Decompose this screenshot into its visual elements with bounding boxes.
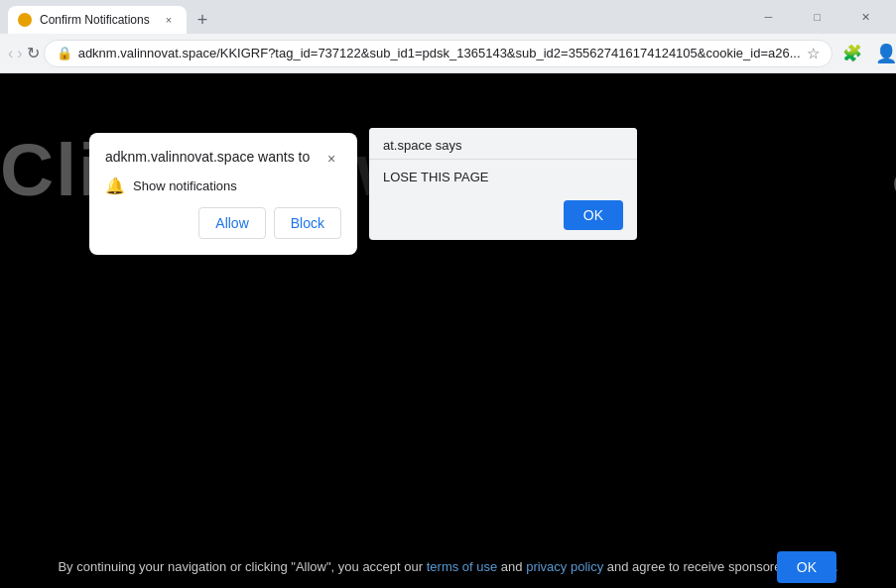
nav-bar: ‹ › ↻ 🔒 adknm.valinnovat.space/KKIGRF?ta… [0, 34, 896, 73]
terms-of-use-link[interactable]: terms of use [427, 559, 498, 574]
dialog-title: adknm.valinnovat.space wants to [105, 149, 310, 165]
page-footer: By continuing your navigation or clickin… [0, 545, 896, 588]
active-tab[interactable]: Confirm Notifications × [8, 6, 187, 34]
tab-bar: Confirm Notifications × + [8, 0, 746, 34]
reload-button[interactable]: ↻ [27, 38, 40, 69]
notification-description: Show notifications [133, 178, 237, 193]
reload-icon: ↻ [27, 44, 40, 62]
popup-ok-button[interactable]: OK [564, 200, 623, 230]
notification-dialog: adknm.valinnovat.space wants to × 🔔 Show… [89, 133, 357, 255]
address-text: adknm.valinnovat.space/KKIGRF?tag_id=737… [78, 46, 801, 60]
popup-body: LOSE THIS PAGE [369, 160, 637, 194]
extensions-button[interactable]: 🧩 [836, 38, 868, 69]
dialog-row: 🔔 Show notifications [105, 176, 341, 195]
popup-footer: OK [369, 194, 637, 240]
forward-icon: › [17, 45, 22, 62]
svg-point-0 [20, 15, 30, 25]
lock-icon: 🔒 [57, 46, 72, 60]
minimize-button[interactable]: ─ [746, 0, 791, 34]
close-button[interactable]: ✕ [843, 0, 888, 34]
address-bar[interactable]: 🔒 adknm.valinnovat.space/KKIGRF?tag_id=7… [44, 40, 832, 67]
popup-header: at.space says [369, 128, 637, 160]
bookmark-icon[interactable]: ☆ [807, 45, 820, 62]
tab-close-button[interactable]: × [161, 12, 177, 28]
new-tab-button[interactable]: + [189, 6, 216, 34]
dialog-buttons: Allow Block [105, 207, 341, 239]
popup-dialog: at.space says LOSE THIS PAGE OK [369, 128, 637, 240]
footer-and: and [497, 559, 526, 574]
extensions-icon: 🧩 [842, 44, 862, 62]
dialog-header: adknm.valinnovat.space wants to × [105, 149, 341, 169]
tab-favicon [18, 13, 32, 27]
footer-text: By continuing your navigation or clickin… [58, 559, 426, 574]
tab-title: Confirm Notifications [40, 13, 153, 27]
privacy-policy-link[interactable]: privacy policy [526, 559, 603, 574]
maximize-button[interactable]: □ [795, 0, 839, 34]
forward-button[interactable]: › [17, 38, 22, 69]
bell-icon: 🔔 [105, 176, 125, 195]
notification-dialog-close-button[interactable]: × [321, 149, 341, 169]
footer-ok-button[interactable]: OK [777, 551, 836, 583]
account-button[interactable]: 👤 [870, 38, 896, 69]
back-icon: ‹ [8, 45, 13, 62]
window-controls: ─ □ ✕ [746, 0, 888, 34]
title-bar: Confirm Notifications × + ─ □ ✕ [0, 0, 896, 34]
account-icon: 👤 [875, 43, 896, 64]
page-content: Click Allow at you are adknm.valinnovat.… [0, 73, 896, 588]
back-button[interactable]: ‹ [8, 38, 13, 69]
block-button[interactable]: Block [274, 207, 341, 239]
browser-window: Confirm Notifications × + ─ □ ✕ ‹ › ↻ 🔒 … [0, 0, 896, 588]
allow-button[interactable]: Allow [198, 207, 265, 239]
nav-actions: 🧩 👤 ⋮ [836, 38, 896, 69]
